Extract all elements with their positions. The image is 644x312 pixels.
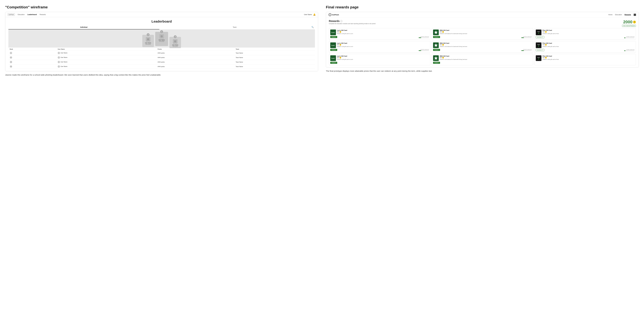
card-name: Pine Gift Card (542, 55, 559, 57)
cell-rank: 3 (8, 60, 56, 64)
rewards-main: Rewards i Complete the education modules… (326, 17, 639, 67)
redeemed-text: 100/400 redeemed (523, 36, 532, 37)
col-username: User Name (56, 47, 156, 51)
redeem-button[interactable]: Redeem (330, 62, 337, 64)
podium-name-1st: User Name (156, 39, 167, 41)
card-top: PINE Pine Gift Card 500 ✦ Redeem a $50 g… (536, 55, 634, 61)
card-desc: Redeem a $50 gift card to Pine! (542, 46, 559, 47)
svg-text:Lou's: Lou's (331, 31, 335, 33)
table-row: 2 User Name #### points Team Name (8, 55, 315, 60)
points-coin: ✦ (545, 44, 547, 46)
card-logo: Lou's (330, 29, 336, 35)
rewards-points-block: 2000 ✦ View Claimed Rewards (622, 19, 636, 27)
points-coin: ✦ (545, 31, 547, 33)
search-icon[interactable]: 🔍 (310, 25, 315, 29)
card-logo (433, 42, 439, 48)
card-points: 500 ✦ (542, 31, 559, 33)
reward-card: Lou's Lou's Gift Card 500 ✦ Redeem a $5 … (329, 28, 430, 40)
view-claimed-button[interactable]: View Claimed Rewards (622, 25, 636, 27)
wf-tab-individual[interactable]: Individual (8, 25, 159, 29)
rewards-panel: ⊙ GoPhish Home Education Rewards ⬛ Rewar… (326, 12, 639, 67)
redeem-button[interactable]: Redeem (330, 36, 337, 38)
rw-nav-links: Home Education Rewards ⬛ (608, 13, 636, 16)
cell-rank: 1 (8, 51, 56, 55)
podium-1st: 1 🖼 User Name #### points (155, 32, 168, 46)
card-footer: Get More ✦ 50/400 redeemed (536, 49, 634, 51)
rank-badge-1: 1 (160, 30, 163, 33)
progress-fill (624, 50, 626, 51)
redeem-button[interactable]: Redeem (433, 36, 440, 38)
wf-logo: GoPhish (8, 13, 15, 16)
card-name: Lou's Gift Card (337, 42, 353, 44)
progress-bar (521, 50, 532, 51)
progress-fill (624, 37, 626, 38)
redeemed-text: 100/400 redeemed (420, 49, 429, 50)
card-logo: Lou's (330, 42, 336, 48)
bell-icon: 🔔 (313, 13, 316, 16)
card-top: DBA Gift Card 500 ✦ Redeem a $5 balance … (433, 42, 532, 48)
rewards-grid: Lou's Lou's Gift Card 500 ✦ Redeem a $5 … (329, 28, 636, 65)
rewards-title: Rewards i (329, 19, 376, 22)
user-icon[interactable]: ⬛ (634, 13, 636, 16)
rw-nav-rewards[interactable]: Rewards (624, 14, 631, 15)
rw-logo: ⊙ GoPhish (328, 13, 339, 16)
cell-rank: 2 (8, 55, 56, 60)
reward-card: PINE Pine Gift Card 500 ✦ Redeem a $50 g… (534, 28, 636, 40)
redeem-button[interactable]: Redeem (330, 49, 337, 51)
progress-fill (419, 50, 421, 51)
card-top: Lou's Lou's Gift Card 500 ✦ Redeem a $5 … (330, 42, 429, 48)
get-more-button[interactable]: Get More ✦ (536, 36, 544, 38)
col-rank: Rank (8, 47, 56, 51)
podium-2nd: 2 🖼 User Name #### points (142, 35, 154, 47)
rewards-header: Rewards i Complete the education modules… (329, 19, 636, 27)
card-name: DBA Gift Card (440, 42, 467, 44)
redeem-button[interactable]: Redeem (433, 62, 440, 64)
progress-bar (521, 37, 532, 38)
wf-nav-leaderboard[interactable]: Leaderboard (28, 14, 37, 15)
col-points: Points (156, 47, 234, 51)
cell-username: User Name (56, 51, 156, 55)
card-desc: Redeem a $5 gift card to Lou's! (337, 33, 353, 34)
redeemed-text: 100/400 redeemed (523, 49, 532, 50)
right-section-title: Final rewards page (326, 5, 639, 9)
points-coin: ✦ (545, 57, 547, 58)
wf-tab-team[interactable]: Team (159, 25, 310, 29)
card-name: DBA Gift Card (440, 55, 467, 57)
rank-badge-3: 3 (174, 35, 176, 38)
reward-card: PINE Pine Gift Card 500 ✦ Redeem a $50 g… (534, 54, 636, 65)
wireframe-nav: GoPhish Education Leaderboard Rewards Us… (5, 12, 318, 17)
card-name: DBA Gift Card (440, 29, 467, 31)
wf-nav-rewards[interactable]: Rewards (40, 14, 46, 15)
card-footer: Redeem (330, 62, 429, 64)
points-coin: ✦ (442, 44, 444, 46)
card-desc: Redeem a $50 gift card to Pine! (542, 33, 559, 34)
podium-pts-3rd: #### points (170, 46, 180, 47)
card-logo: Lou's (330, 55, 336, 61)
wf-nav-education[interactable]: Education (18, 14, 24, 15)
rw-nav-home[interactable]: Home (608, 14, 612, 15)
progress-fill (521, 37, 524, 38)
progress-fill (521, 50, 524, 51)
rewards-nav: ⊙ GoPhish Home Education Rewards ⬛ (326, 12, 639, 17)
card-desc: Redeem a $5 balance for Dartmouth Dining… (440, 46, 467, 47)
svg-text:PINE: PINE (538, 31, 540, 32)
rank-badge-2: 2 (147, 33, 150, 36)
rw-nav-education[interactable]: Education (615, 14, 622, 15)
cell-points: #### points (156, 55, 234, 60)
redeem-button[interactable]: Redeem (433, 49, 440, 51)
card-points: 500 ✦ (337, 31, 353, 33)
reward-card: DBA Gift Card 500 ✦ Redeem a $5 balance … (432, 41, 533, 53)
card-name: Lou's Gift Card (337, 29, 353, 31)
svg-text:Lou's: Lou's (331, 57, 335, 59)
info-icon[interactable]: i (340, 20, 342, 22)
card-footer: Redeem 100/400 redeemed (330, 36, 429, 38)
cell-team: Team Name (234, 60, 315, 64)
get-more-button[interactable]: Get More ✦ (536, 49, 544, 51)
svg-text:Lou's: Lou's (331, 44, 335, 46)
cell-points: #### points (156, 60, 234, 64)
rewards-title-block: Rewards i Complete the education modules… (329, 19, 376, 24)
cell-team: Team Name (234, 55, 315, 60)
card-points: 500 ✦ (440, 31, 467, 33)
table-row: 3 User Name #### points Team Name (8, 60, 315, 64)
cell-team: Team Name (234, 64, 315, 69)
